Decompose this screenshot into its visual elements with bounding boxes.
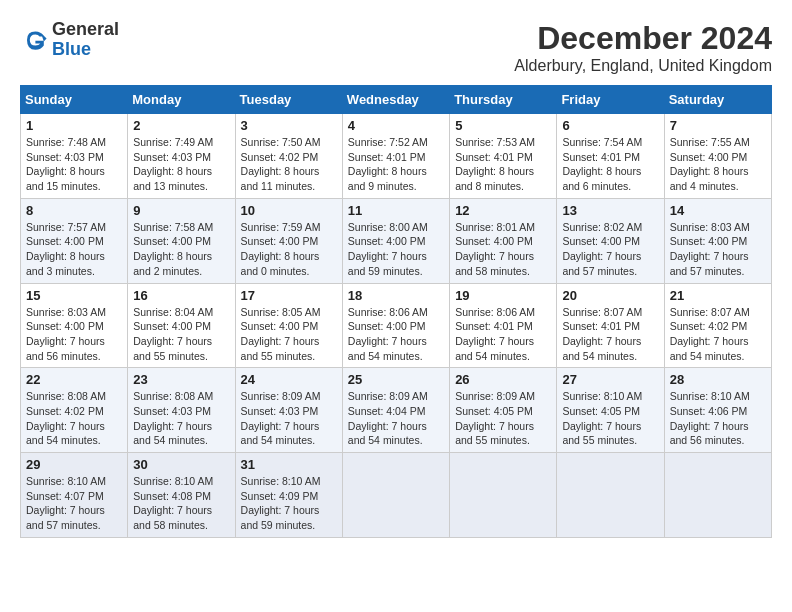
calendar-day-cell (557, 453, 664, 538)
calendar-day-cell: 12Sunrise: 8:01 AM Sunset: 4:00 PM Dayli… (450, 198, 557, 283)
weekday-header-wednesday: Wednesday (342, 86, 449, 114)
calendar-day-cell: 15Sunrise: 8:03 AM Sunset: 4:00 PM Dayli… (21, 283, 128, 368)
day-info: Sunrise: 7:58 AM Sunset: 4:00 PM Dayligh… (133, 220, 229, 279)
calendar-day-cell: 11Sunrise: 8:00 AM Sunset: 4:00 PM Dayli… (342, 198, 449, 283)
calendar-day-cell: 27Sunrise: 8:10 AM Sunset: 4:05 PM Dayli… (557, 368, 664, 453)
calendar-day-cell: 17Sunrise: 8:05 AM Sunset: 4:00 PM Dayli… (235, 283, 342, 368)
weekday-header-thursday: Thursday (450, 86, 557, 114)
day-number: 6 (562, 118, 658, 133)
weekday-header-tuesday: Tuesday (235, 86, 342, 114)
calendar-day-cell: 25Sunrise: 8:09 AM Sunset: 4:04 PM Dayli… (342, 368, 449, 453)
calendar-day-cell: 29Sunrise: 8:10 AM Sunset: 4:07 PM Dayli… (21, 453, 128, 538)
calendar-day-cell: 21Sunrise: 8:07 AM Sunset: 4:02 PM Dayli… (664, 283, 771, 368)
calendar-week-row: 1Sunrise: 7:48 AM Sunset: 4:03 PM Daylig… (21, 114, 772, 199)
calendar-week-row: 15Sunrise: 8:03 AM Sunset: 4:00 PM Dayli… (21, 283, 772, 368)
day-info: Sunrise: 7:54 AM Sunset: 4:01 PM Dayligh… (562, 135, 658, 194)
calendar-day-cell: 13Sunrise: 8:02 AM Sunset: 4:00 PM Dayli… (557, 198, 664, 283)
day-info: Sunrise: 8:01 AM Sunset: 4:00 PM Dayligh… (455, 220, 551, 279)
day-number: 26 (455, 372, 551, 387)
day-number: 3 (241, 118, 337, 133)
day-number: 20 (562, 288, 658, 303)
day-info: Sunrise: 8:04 AM Sunset: 4:00 PM Dayligh… (133, 305, 229, 364)
day-info: Sunrise: 8:10 AM Sunset: 4:05 PM Dayligh… (562, 389, 658, 448)
day-number: 24 (241, 372, 337, 387)
logo-icon (20, 26, 48, 54)
day-info: Sunrise: 7:52 AM Sunset: 4:01 PM Dayligh… (348, 135, 444, 194)
logo: General Blue (20, 20, 119, 60)
day-number: 14 (670, 203, 766, 218)
day-number: 27 (562, 372, 658, 387)
calendar-day-cell: 9Sunrise: 7:58 AM Sunset: 4:00 PM Daylig… (128, 198, 235, 283)
day-number: 5 (455, 118, 551, 133)
calendar-day-cell: 28Sunrise: 8:10 AM Sunset: 4:06 PM Dayli… (664, 368, 771, 453)
calendar-day-cell: 7Sunrise: 7:55 AM Sunset: 4:00 PM Daylig… (664, 114, 771, 199)
calendar-day-cell: 14Sunrise: 8:03 AM Sunset: 4:00 PM Dayli… (664, 198, 771, 283)
calendar-day-cell: 20Sunrise: 8:07 AM Sunset: 4:01 PM Dayli… (557, 283, 664, 368)
day-number: 21 (670, 288, 766, 303)
day-number: 31 (241, 457, 337, 472)
calendar-day-cell (664, 453, 771, 538)
weekday-header-friday: Friday (557, 86, 664, 114)
calendar-body: 1Sunrise: 7:48 AM Sunset: 4:03 PM Daylig… (21, 114, 772, 538)
day-info: Sunrise: 7:59 AM Sunset: 4:00 PM Dayligh… (241, 220, 337, 279)
calendar-day-cell: 10Sunrise: 7:59 AM Sunset: 4:00 PM Dayli… (235, 198, 342, 283)
calendar-day-cell: 8Sunrise: 7:57 AM Sunset: 4:00 PM Daylig… (21, 198, 128, 283)
weekday-header-sunday: Sunday (21, 86, 128, 114)
calendar-day-cell: 22Sunrise: 8:08 AM Sunset: 4:02 PM Dayli… (21, 368, 128, 453)
day-info: Sunrise: 8:10 AM Sunset: 4:07 PM Dayligh… (26, 474, 122, 533)
day-info: Sunrise: 8:09 AM Sunset: 4:04 PM Dayligh… (348, 389, 444, 448)
day-info: Sunrise: 8:02 AM Sunset: 4:00 PM Dayligh… (562, 220, 658, 279)
calendar-day-cell: 16Sunrise: 8:04 AM Sunset: 4:00 PM Dayli… (128, 283, 235, 368)
day-number: 13 (562, 203, 658, 218)
page-header: General Blue December 2024 Alderbury, En… (20, 20, 772, 75)
calendar-week-row: 29Sunrise: 8:10 AM Sunset: 4:07 PM Dayli… (21, 453, 772, 538)
day-number: 1 (26, 118, 122, 133)
day-number: 2 (133, 118, 229, 133)
day-info: Sunrise: 8:05 AM Sunset: 4:00 PM Dayligh… (241, 305, 337, 364)
page-subtitle: Alderbury, England, United Kingdom (514, 57, 772, 75)
day-info: Sunrise: 8:07 AM Sunset: 4:02 PM Dayligh… (670, 305, 766, 364)
calendar-week-row: 8Sunrise: 7:57 AM Sunset: 4:00 PM Daylig… (21, 198, 772, 283)
calendar-table: SundayMondayTuesdayWednesdayThursdayFrid… (20, 85, 772, 538)
weekday-header-monday: Monday (128, 86, 235, 114)
day-number: 16 (133, 288, 229, 303)
calendar-day-cell: 18Sunrise: 8:06 AM Sunset: 4:00 PM Dayli… (342, 283, 449, 368)
day-info: Sunrise: 8:03 AM Sunset: 4:00 PM Dayligh… (670, 220, 766, 279)
calendar-week-row: 22Sunrise: 8:08 AM Sunset: 4:02 PM Dayli… (21, 368, 772, 453)
day-number: 28 (670, 372, 766, 387)
day-number: 15 (26, 288, 122, 303)
day-number: 9 (133, 203, 229, 218)
day-info: Sunrise: 8:06 AM Sunset: 4:01 PM Dayligh… (455, 305, 551, 364)
day-info: Sunrise: 8:08 AM Sunset: 4:03 PM Dayligh… (133, 389, 229, 448)
day-number: 25 (348, 372, 444, 387)
calendar-day-cell: 4Sunrise: 7:52 AM Sunset: 4:01 PM Daylig… (342, 114, 449, 199)
calendar-day-cell: 2Sunrise: 7:49 AM Sunset: 4:03 PM Daylig… (128, 114, 235, 199)
calendar-day-cell: 1Sunrise: 7:48 AM Sunset: 4:03 PM Daylig… (21, 114, 128, 199)
day-number: 12 (455, 203, 551, 218)
day-info: Sunrise: 7:48 AM Sunset: 4:03 PM Dayligh… (26, 135, 122, 194)
day-info: Sunrise: 8:03 AM Sunset: 4:00 PM Dayligh… (26, 305, 122, 364)
day-number: 4 (348, 118, 444, 133)
day-number: 7 (670, 118, 766, 133)
calendar-day-cell (342, 453, 449, 538)
day-info: Sunrise: 8:00 AM Sunset: 4:00 PM Dayligh… (348, 220, 444, 279)
calendar-header: SundayMondayTuesdayWednesdayThursdayFrid… (21, 86, 772, 114)
calendar-day-cell (450, 453, 557, 538)
calendar-day-cell: 31Sunrise: 8:10 AM Sunset: 4:09 PM Dayli… (235, 453, 342, 538)
day-info: Sunrise: 7:53 AM Sunset: 4:01 PM Dayligh… (455, 135, 551, 194)
day-info: Sunrise: 8:10 AM Sunset: 4:06 PM Dayligh… (670, 389, 766, 448)
calendar-day-cell: 5Sunrise: 7:53 AM Sunset: 4:01 PM Daylig… (450, 114, 557, 199)
day-info: Sunrise: 8:10 AM Sunset: 4:09 PM Dayligh… (241, 474, 337, 533)
page-title: December 2024 (514, 20, 772, 57)
calendar-day-cell: 19Sunrise: 8:06 AM Sunset: 4:01 PM Dayli… (450, 283, 557, 368)
day-info: Sunrise: 8:08 AM Sunset: 4:02 PM Dayligh… (26, 389, 122, 448)
calendar-day-cell: 3Sunrise: 7:50 AM Sunset: 4:02 PM Daylig… (235, 114, 342, 199)
day-info: Sunrise: 8:06 AM Sunset: 4:00 PM Dayligh… (348, 305, 444, 364)
day-number: 18 (348, 288, 444, 303)
day-number: 22 (26, 372, 122, 387)
calendar-day-cell: 24Sunrise: 8:09 AM Sunset: 4:03 PM Dayli… (235, 368, 342, 453)
logo-text: General Blue (52, 20, 119, 60)
calendar-day-cell: 30Sunrise: 8:10 AM Sunset: 4:08 PM Dayli… (128, 453, 235, 538)
calendar-day-cell: 23Sunrise: 8:08 AM Sunset: 4:03 PM Dayli… (128, 368, 235, 453)
weekday-header-row: SundayMondayTuesdayWednesdayThursdayFrid… (21, 86, 772, 114)
